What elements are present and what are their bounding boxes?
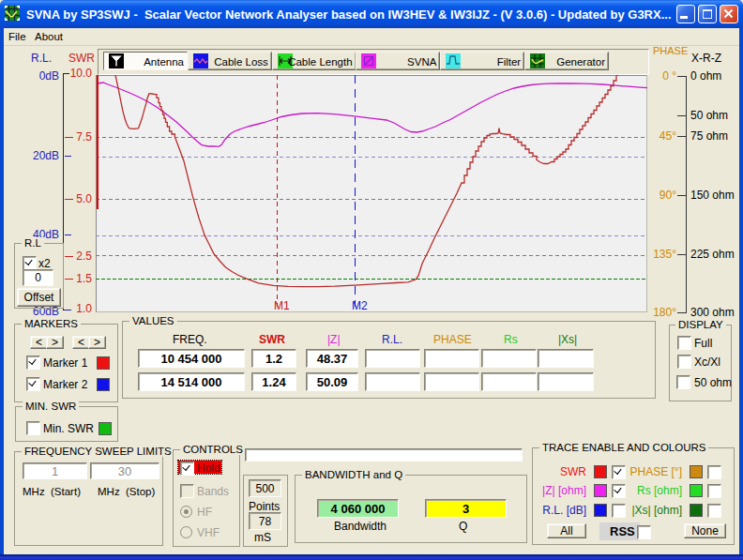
svg-text:M1: M1 xyxy=(274,299,290,312)
svg-text:M2: M2 xyxy=(352,299,368,312)
